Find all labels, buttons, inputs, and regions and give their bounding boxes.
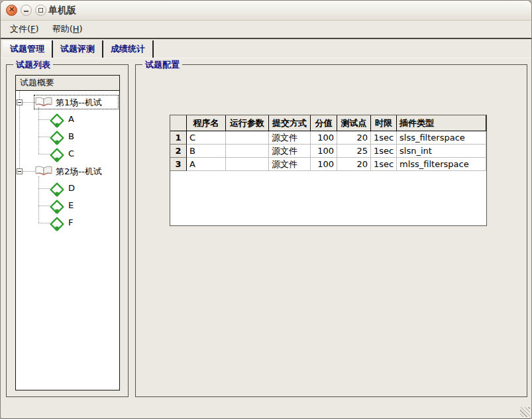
close-icon[interactable]: ✕ xyxy=(6,5,17,16)
table-cell[interactable]: B xyxy=(187,145,226,158)
table-cell[interactable]: A xyxy=(187,158,226,171)
problem-icon xyxy=(50,217,64,234)
tree-item-label: C xyxy=(68,149,74,158)
menu-help[interactable]: 帮助(H) xyxy=(46,21,89,37)
window-title: 单机版 xyxy=(48,1,76,20)
tree-item[interactable]: 第2场--机试 xyxy=(16,162,119,180)
table-cell[interactable]: 1sec xyxy=(371,158,397,171)
tab[interactable]: 试题评测 xyxy=(53,40,103,58)
tree-item[interactable]: F xyxy=(16,214,119,231)
question-tree[interactable]: 试题概要 第1场--机试ABC第2场--机试DEF xyxy=(15,75,120,390)
table-cell[interactable] xyxy=(226,145,269,158)
tree-connector-stub xyxy=(23,171,35,172)
question-config-group-title: 试题配置 xyxy=(142,59,182,71)
table-header-row: 程序名运行参数提交方式分值测试点时限插件类型 xyxy=(170,115,486,131)
row-number-cell[interactable]: 3 xyxy=(170,158,187,171)
table-cell[interactable]: 100 xyxy=(311,145,337,158)
row-number-cell[interactable]: 1 xyxy=(170,131,187,145)
tree-item[interactable]: E xyxy=(16,197,119,214)
tree-body: 第1场--机试ABC第2场--机试DEF xyxy=(16,91,119,390)
expander-minus-icon[interactable] xyxy=(17,99,23,105)
question-list-group-title: 试题列表 xyxy=(13,59,53,71)
table-cell[interactable]: 1sec xyxy=(371,131,397,145)
table-cell[interactable]: 1sec xyxy=(371,145,397,158)
tree-item[interactable]: C xyxy=(16,145,119,162)
table-header-cell[interactable]: 插件类型 xyxy=(397,115,486,131)
table-header-cell[interactable]: 分值 xyxy=(311,115,337,131)
table-cell[interactable]: 源文件 xyxy=(269,131,311,145)
table-cell[interactable]: slsn_int xyxy=(397,145,486,158)
tree-connector-stub xyxy=(38,154,50,154)
tree-item[interactable]: B xyxy=(16,128,119,145)
tree-connector-stub xyxy=(38,206,50,206)
tree-connector-stub xyxy=(38,223,50,223)
table-cell[interactable] xyxy=(226,158,269,171)
question-list-group: 试题列表 试题概要 第1场--机试ABC第2场--机试DEF xyxy=(6,64,129,397)
tab[interactable]: 成绩统计 xyxy=(103,40,154,58)
table-cell[interactable]: 源文件 xyxy=(269,145,311,158)
tree-item-label: D xyxy=(68,183,75,193)
tab-bar: 试题管理试题评测成绩统计 xyxy=(1,40,531,58)
table-cell[interactable]: 源文件 xyxy=(269,158,311,171)
question-config-group: 试题配置 程序名运行参数提交方式分值测试点时限插件类型1C源文件100201se… xyxy=(135,64,527,397)
tree-connector-stub xyxy=(23,102,35,103)
table-cell[interactable]: slss_filterspace xyxy=(397,131,486,145)
menubar-separator xyxy=(1,38,531,39)
table-header-cell[interactable] xyxy=(170,115,187,131)
config-table[interactable]: 程序名运行参数提交方式分值测试点时限插件类型1C源文件100201secslss… xyxy=(170,115,487,226)
table-cell[interactable]: 100 xyxy=(311,158,337,171)
tree-item[interactable]: D xyxy=(16,180,119,197)
app-window: ✕ 单机版 文件(F) 帮助(H) 试题管理试题评测成绩统计 试题列表 试题概要… xyxy=(0,0,532,419)
tree-item-label: 第2场--机试 xyxy=(56,166,102,178)
tree-item-label: E xyxy=(68,200,74,210)
tab[interactable]: 试题管理 xyxy=(3,40,53,58)
table-row[interactable]: 1C源文件100201secslss_filterspace xyxy=(170,131,486,145)
maximize-icon[interactable] xyxy=(35,5,46,16)
window-controls: ✕ xyxy=(6,5,46,16)
tree-item[interactable]: 第1场--机试 xyxy=(16,93,119,111)
menu-file[interactable]: 文件(F) xyxy=(3,21,46,37)
book-icon xyxy=(35,165,52,180)
table-header-cell[interactable]: 运行参数 xyxy=(226,115,269,131)
table-cell[interactable]: 20 xyxy=(337,158,371,171)
tab-underline xyxy=(1,58,531,58)
table-header-cell[interactable]: 测试点 xyxy=(337,115,371,131)
expander-minus-icon[interactable] xyxy=(17,168,23,174)
table-cell[interactable]: C xyxy=(187,131,226,145)
tree-connector-stub xyxy=(38,137,50,137)
table-cell[interactable]: 20 xyxy=(337,131,371,145)
tree-item-label: F xyxy=(68,217,73,227)
minimize-icon[interactable] xyxy=(21,5,32,16)
menubar: 文件(F) 帮助(H) xyxy=(1,21,531,38)
tree-item-label: A xyxy=(68,114,74,124)
table-cell[interactable]: mlss_filterspace xyxy=(397,158,486,171)
table-cell[interactable]: 25 xyxy=(337,145,371,158)
tree-header[interactable]: 试题概要 xyxy=(16,76,119,91)
table-row[interactable]: 3A源文件100201secmlss_filterspace xyxy=(170,158,486,171)
table-cell[interactable] xyxy=(226,131,269,145)
titlebar[interactable]: ✕ 单机版 xyxy=(1,1,531,21)
table-header-cell[interactable]: 程序名 xyxy=(187,115,226,131)
table-header-cell[interactable]: 提交方式 xyxy=(269,115,311,131)
table-row[interactable]: 2B源文件100251secslsn_int xyxy=(170,145,486,158)
tree-item-label: 第1场--机试 xyxy=(56,97,102,109)
tree-item-label: B xyxy=(68,131,74,141)
tree-item[interactable]: A xyxy=(16,111,119,128)
row-number-cell[interactable]: 2 xyxy=(170,145,187,158)
table-header-cell[interactable]: 时限 xyxy=(371,115,397,131)
tree-connector-stub xyxy=(38,188,50,189)
resize-grip-icon[interactable] xyxy=(520,407,530,417)
tree-connector-stub xyxy=(38,119,50,120)
book-icon xyxy=(35,96,52,111)
table-cell[interactable]: 100 xyxy=(311,131,337,145)
